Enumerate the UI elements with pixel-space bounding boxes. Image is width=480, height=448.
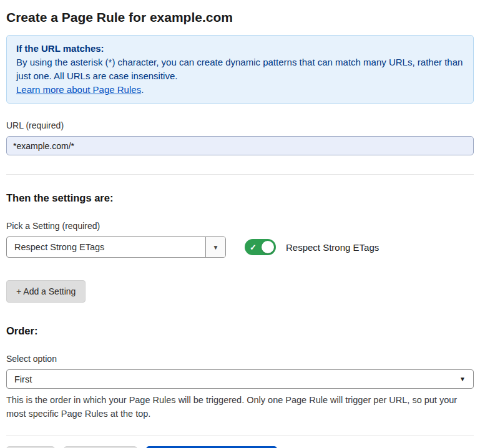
chevron-down-icon: ▼ (213, 244, 219, 251)
order-select[interactable]: First ▼ (6, 369, 474, 389)
learn-more-link[interactable]: Learn more about Page Rules (16, 84, 141, 95)
order-section-heading: Order: (6, 325, 474, 337)
info-box-heading: If the URL matches: (16, 43, 104, 54)
url-input[interactable] (6, 136, 474, 155)
order-help-text: This is the order in which your Page Rul… (6, 393, 471, 421)
link-suffix: . (141, 84, 144, 95)
chevron-down-icon: ▼ (459, 376, 466, 382)
pick-setting-label: Pick a Setting (required) (6, 221, 474, 231)
toggle-label: Respect Strong ETags (286, 242, 379, 253)
setting-toggle[interactable]: ✓ (245, 239, 276, 255)
check-icon: ✓ (250, 243, 257, 251)
toggle-knob (262, 241, 274, 253)
url-field-label: URL (required) (6, 120, 474, 130)
setting-select-value: Respect Strong ETags (7, 237, 112, 257)
page-rule-form: Create a Page Rule for example.com If th… (0, 0, 480, 448)
order-select-label: Select option (6, 354, 474, 364)
setting-select-arrow-button[interactable]: ▼ (205, 237, 225, 257)
info-box-body: By using the asterisk (*) character, you… (16, 56, 464, 83)
order-select-value: First (14, 374, 32, 384)
settings-section-heading: Then the settings are: (6, 192, 474, 204)
divider (6, 436, 474, 436)
url-match-info-box: If the URL matches: By using the asteris… (6, 35, 474, 104)
add-setting-button[interactable]: + Add a Setting (6, 280, 86, 303)
setting-select[interactable]: Respect Strong ETags ▼ (6, 236, 226, 258)
page-title: Create a Page Rule for example.com (6, 6, 474, 25)
divider (6, 174, 474, 175)
setting-row: Respect Strong ETags ▼ ✓ Respect Strong … (6, 236, 474, 258)
